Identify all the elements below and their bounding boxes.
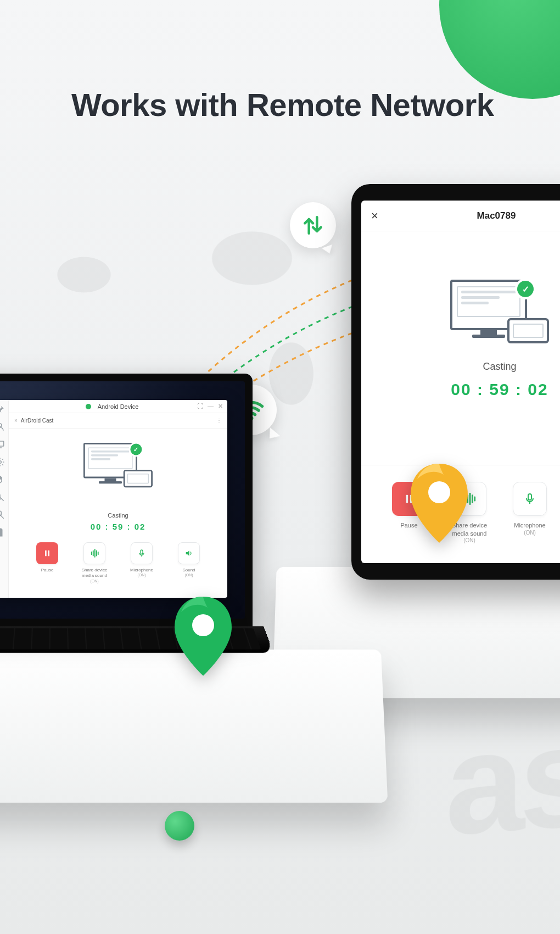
microphone-icon xyxy=(137,549,146,558)
tablet-header: × Mac0789 ••• xyxy=(361,201,560,231)
hand-icon[interactable] xyxy=(0,475,5,485)
svg-point-29 xyxy=(192,614,214,636)
laptop-mic-sub: (ON) xyxy=(137,573,145,577)
expand-icon[interactable]: ⛶ xyxy=(197,403,203,410)
pause-icon xyxy=(43,549,52,558)
laptop-pause-button[interactable] xyxy=(36,542,58,564)
monitor-icon[interactable] xyxy=(0,440,5,449)
svg-line-16 xyxy=(0,493,3,501)
window-sidebar xyxy=(0,400,9,598)
laptop-sound-button[interactable] xyxy=(178,542,200,564)
document-icon[interactable] xyxy=(0,527,5,537)
svg-point-14 xyxy=(0,461,1,464)
laptop-pause-label: Pause xyxy=(41,568,54,573)
laptop-mic-button[interactable] xyxy=(131,542,153,564)
laptop-screen: Android Device ⛶ — ✕ × AirDroid Cast ⋮ xyxy=(0,381,245,619)
tablet-title: Mac0789 xyxy=(477,210,516,221)
sound-bars-icon xyxy=(89,548,99,558)
laptop-controls: Pause Share device media sound (ON) Micr… xyxy=(30,542,206,583)
window-titlebar: Android Device ⛶ — ✕ xyxy=(9,400,227,413)
microphone-icon xyxy=(523,492,536,505)
gear-icon[interactable] xyxy=(0,457,5,467)
laptop-sound-label: Sound xyxy=(182,568,195,573)
laptop-sound-sub: (ON) xyxy=(184,573,193,577)
microphone-control: Microphone (ON) xyxy=(507,482,553,543)
app-logo-dot xyxy=(86,404,91,409)
svg-rect-20 xyxy=(48,551,49,557)
location-pin-green xyxy=(170,592,236,682)
mute-icon[interactable] xyxy=(0,492,5,502)
window-body: ✓ Casting 00 : 59 : 02 Pause Share dev xyxy=(9,429,227,598)
cast-illustration: ✓ Casting 00 : 59 : 02 xyxy=(361,231,560,465)
transfer-icon xyxy=(301,213,325,237)
decorative-green-ball xyxy=(165,811,194,841)
tab-close-icon[interactable]: × xyxy=(14,418,18,424)
window-main: Android Device ⛶ — ✕ × AirDroid Cast ⋮ xyxy=(9,400,227,598)
window-tabbar: × AirDroid Cast ⋮ xyxy=(9,413,227,429)
svg-marker-28 xyxy=(186,551,189,555)
minimize-icon[interactable]: — xyxy=(208,403,214,410)
svg-rect-12 xyxy=(0,441,3,446)
phone-illustration xyxy=(507,318,549,343)
devices-illustration-small: ✓ xyxy=(83,443,153,489)
window-title: Android Device xyxy=(98,403,139,410)
laptop-mic-label: Microphone xyxy=(130,568,153,573)
microphone-label: Microphone xyxy=(514,521,545,529)
tab-airdroid-cast[interactable]: × AirDroid Cast xyxy=(14,418,53,424)
laptop-share-button[interactable] xyxy=(83,542,105,564)
casting-timer: 00 : 59 : 02 xyxy=(451,380,548,399)
app-window: Android Device ⛶ — ✕ × AirDroid Cast ⋮ xyxy=(0,400,227,598)
svg-point-30 xyxy=(428,481,450,503)
svg-rect-26 xyxy=(141,550,143,554)
background-watermark: as xyxy=(445,693,560,868)
microphone-button[interactable] xyxy=(513,482,547,516)
location-pin-yellow xyxy=(406,459,472,549)
laptop-casting-label: Casting xyxy=(108,512,128,519)
laptop-lid: Android Device ⛶ — ✕ × AirDroid Cast ⋮ xyxy=(0,374,253,626)
svg-rect-8 xyxy=(528,494,531,500)
laptop-share-sub: (ON) xyxy=(90,579,98,583)
speaker-icon xyxy=(184,549,193,558)
transfer-bubble xyxy=(290,202,336,248)
tab-label: AirDroid Cast xyxy=(21,418,53,424)
close-icon[interactable]: × xyxy=(371,209,378,223)
decorative-corner-circle xyxy=(439,0,560,99)
user-icon[interactable] xyxy=(0,422,5,432)
casting-status-label: Casting xyxy=(483,361,516,373)
svg-point-11 xyxy=(0,424,2,427)
window-close-icon[interactable]: ✕ xyxy=(218,403,223,410)
laptop-share-label: Share device media sound xyxy=(77,568,112,579)
tab-more-icon[interactable]: ⋮ xyxy=(216,418,222,424)
check-icon: ✓ xyxy=(517,281,534,297)
microphone-sub: (ON) xyxy=(524,530,536,536)
mic-mute-icon[interactable] xyxy=(0,510,5,520)
page-headline: Works with Remote Network xyxy=(71,87,494,124)
svg-rect-19 xyxy=(45,551,47,557)
devices-illustration: ✓ xyxy=(450,280,549,346)
laptop-casting-timer: 00 : 59 : 02 xyxy=(91,522,146,531)
pin-icon[interactable] xyxy=(0,404,5,414)
